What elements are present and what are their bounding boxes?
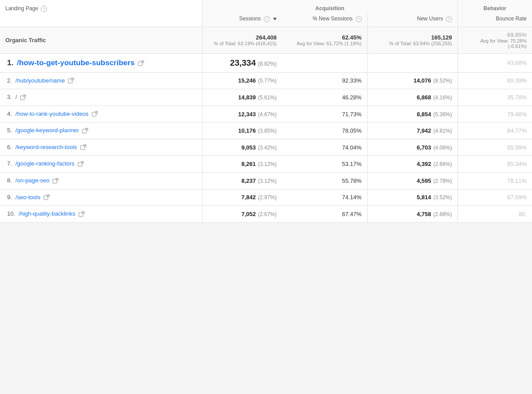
organic-new-users-main: 165,129: [431, 34, 452, 41]
table-row: 5./google-keyword-planner10,176(3.85%)78…: [0, 122, 532, 139]
landing-page-help-icon[interactable]: ?: [41, 6, 47, 12]
row-number: 7.: [7, 160, 12, 167]
page-link[interactable]: /google-ranking-factors: [16, 160, 74, 167]
new-sessions-cell: 71.73%: [282, 106, 367, 122]
new-users-cell: 14,076(8.52%): [367, 72, 458, 89]
external-link-icon: [137, 60, 145, 67]
sessions-pct: (5.61%): [258, 95, 277, 101]
sessions-sort-icon[interactable]: [273, 18, 277, 20]
sessions-pct: (8.82%): [258, 61, 277, 67]
bounce-rate-cell: 55.59%: [458, 139, 532, 156]
bounce-rate-cell: 79.46%: [458, 106, 532, 122]
new-users-pct: (2.88%): [433, 211, 452, 217]
sessions-value: 8,237: [241, 177, 256, 184]
sessions-value: 8,261: [241, 161, 256, 167]
sessions-value: 14,839: [238, 94, 256, 101]
page-cell: 4./how-to-rank-youtube-videos: [0, 106, 202, 122]
external-link-icon: [78, 211, 85, 218]
new-users-pct: (4.06%): [433, 145, 452, 151]
organic-page-cell: Organic Traffic: [0, 27, 202, 53]
page-link[interactable]: /: [16, 94, 17, 100]
table-row: 3./14,839(5.61%)46.28%6,868(4.16%)35.78%: [0, 89, 532, 106]
sessions-value: 23,334: [230, 58, 256, 67]
page-cell: 1./how-to-get-youtube-subscribers: [0, 54, 202, 73]
bounce-rate-col-header[interactable]: Bounce Rate: [458, 14, 532, 27]
table-row: 6./keyword-research-tools9,053(3.42%)74.…: [0, 139, 532, 156]
page-link[interactable]: /keyword-research-tools: [16, 144, 77, 150]
organic-sessions-cell: 264,408 % of Total: 63.19% (418,415): [202, 27, 282, 53]
table-row: 7./google-ranking-factors8,261(3.12%)53.…: [0, 156, 532, 173]
new-users-cell: [367, 54, 458, 73]
new-sessions-cell: 55.78%: [282, 173, 367, 189]
organic-new-sessions-sub: Avg for View: 61.72% (1.18%): [287, 41, 362, 46]
organic-new-users-cell: 165,129 % of Total: 63.94% (258,255): [367, 27, 458, 53]
page-link[interactable]: /google-keyword-planner: [16, 127, 79, 134]
new-users-cell: 7,942(4.81%): [367, 122, 458, 139]
organic-bounce-main: 69.85%: [507, 32, 527, 38]
sessions-cell: 23,334(8.82%): [202, 54, 282, 73]
new-users-value: 6,703: [417, 144, 431, 151]
bounce-rate-cell: 80.: [458, 206, 532, 223]
new-users-help-icon[interactable]: ?: [446, 16, 452, 22]
page-cell: 2./hub/youtube/name: [0, 72, 202, 89]
sessions-cell: 10,176(3.85%): [202, 122, 282, 139]
sessions-pct: (3.12%): [258, 161, 277, 167]
organic-sessions-main: 264,408: [256, 34, 277, 41]
new-sessions-cell: 74.04%: [282, 139, 367, 156]
new-users-pct: (3.52%): [433, 194, 452, 201]
table-row: 2./hub/youtube/name15,246(5.77%)92.33%14…: [0, 72, 532, 89]
bounce-rate-cell: 85.34%: [458, 156, 532, 173]
sessions-help-icon[interactable]: ?: [264, 16, 270, 22]
organic-new-sessions-cell: 62.45% Avg for View: 61.72% (1.18%): [282, 27, 367, 53]
behavior-group-header: Behavior: [458, 0, 532, 14]
group-header-row: Landing Page ? Acquisition Behavior: [0, 0, 532, 14]
page-link[interactable]: /high-quality-backlinks: [19, 210, 75, 217]
new-sessions-help-icon[interactable]: ?: [356, 16, 362, 22]
sessions-pct: (2.67%): [258, 211, 277, 217]
row-number: 4.: [7, 110, 12, 117]
organic-bounce-sub: Avg for View: 70.28% (-0.61%): [463, 38, 527, 49]
organic-sessions-sub: % of Total: 63.19% (418,415): [208, 41, 277, 46]
page-cell: 6./keyword-research-tools: [0, 139, 202, 156]
row-number: 9.: [7, 194, 12, 201]
page-link[interactable]: /on-page-seo: [16, 177, 50, 184]
analytics-table-wrapper: Landing Page ? Acquisition Behavior Sess…: [0, 0, 532, 223]
bounce-rate-cell: 78.11%: [458, 173, 532, 189]
table-row: 1./how-to-get-youtube-subscribers23,334(…: [0, 54, 532, 73]
row-number: 2.: [7, 77, 12, 84]
sessions-pct: (3.42%): [258, 145, 277, 151]
new-users-col-header[interactable]: New Users ?: [367, 14, 458, 27]
external-link-icon: [52, 177, 59, 185]
external-link-icon: [67, 77, 74, 84]
new-sessions-col-header[interactable]: % New Sessions ?: [282, 14, 367, 27]
new-sessions-cell: 78.05%: [282, 122, 367, 139]
organic-label: Organic Traffic: [5, 37, 46, 43]
new-users-value: 4,595: [417, 177, 431, 184]
bounce-rate-cell: 84.77%: [458, 122, 532, 139]
table-row: 9./seo-tools7,842(2.97%)74.14%5,814(3.52…: [0, 189, 532, 206]
external-link-icon: [91, 110, 98, 118]
row-number: 8.: [7, 177, 12, 184]
sessions-value: 7,842: [241, 194, 256, 201]
column-header-row: Sessions ? % New Sessions ? New Users ? …: [0, 14, 532, 27]
new-sessions-label: % New Sessions: [313, 16, 352, 22]
sessions-col-header[interactable]: Sessions ?: [202, 14, 282, 27]
new-sessions-cell: 46.28%: [282, 89, 367, 106]
page-link[interactable]: /how-to-rank-youtube-videos: [16, 110, 89, 117]
page-link[interactable]: /seo-tools: [16, 194, 40, 201]
sessions-value: 9,053: [241, 144, 256, 151]
new-users-pct: (5.36%): [433, 111, 452, 118]
sessions-value: 15,246: [238, 77, 256, 84]
new-users-cell: 4,595(2.78%): [367, 173, 458, 189]
sessions-cell: 8,237(3.12%): [202, 173, 282, 189]
new-sessions-cell: 53.17%: [282, 156, 367, 173]
sessions-cell: 9,053(3.42%): [202, 139, 282, 156]
new-sessions-cell: 92.33%: [282, 72, 367, 89]
sessions-pct: (3.12%): [258, 178, 277, 184]
page-link[interactable]: /how-to-get-youtube-subscribers: [17, 59, 134, 67]
page-link[interactable]: /hub/youtube/name: [16, 77, 65, 84]
row-number: 3.: [7, 94, 12, 100]
table-row: 8./on-page-seo8,237(3.12%)55.78%4,595(2.…: [0, 173, 532, 189]
new-users-cell: 4,758(2.88%): [367, 206, 458, 223]
page-cell: 10./high-quality-backlinks: [0, 206, 202, 223]
